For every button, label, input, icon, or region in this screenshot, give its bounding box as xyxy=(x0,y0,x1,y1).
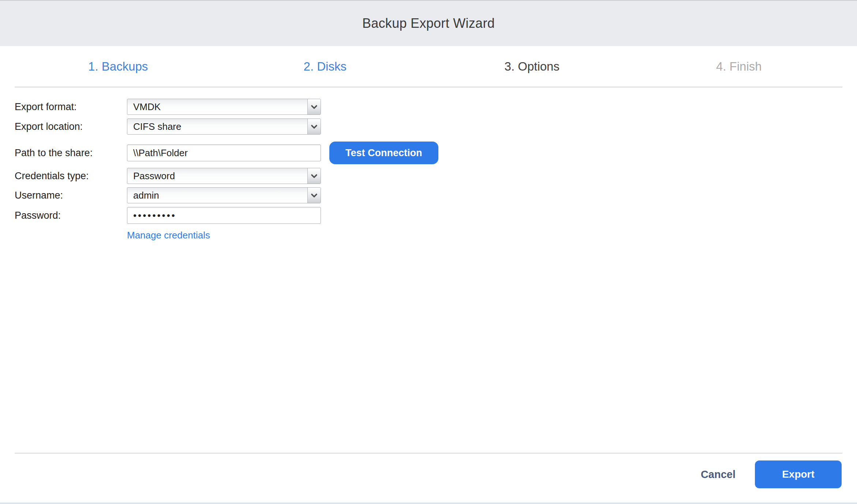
export-format-label: Export format: xyxy=(15,101,127,113)
export-location-label: Export location: xyxy=(15,121,127,132)
username-row: Username: admin xyxy=(15,187,857,203)
export-location-value: CIFS share xyxy=(133,121,201,132)
manage-credentials-link[interactable]: Manage credentials xyxy=(127,230,210,241)
username-value: admin xyxy=(133,190,178,201)
footer-divider xyxy=(15,453,842,454)
chevron-down-icon xyxy=(307,99,321,114)
credentials-type-label: Credentials type: xyxy=(15,170,127,182)
chevron-down-icon xyxy=(307,188,321,203)
export-format-value: VMDK xyxy=(133,101,180,113)
export-format-select[interactable]: VMDK xyxy=(127,99,321,115)
page-title: Backup Export Wizard xyxy=(362,16,495,31)
step-options[interactable]: 3. Options xyxy=(428,60,636,74)
username-select[interactable]: admin xyxy=(127,187,321,203)
wizard-step-nav: 1. Backups 2. Disks 3. Options 4. Finish xyxy=(15,46,842,87)
password-row: Password: xyxy=(15,207,857,224)
export-options-form: Export format: VMDK Export location: CIF… xyxy=(0,87,857,241)
credentials-type-select[interactable]: Password xyxy=(127,168,321,184)
step-backups[interactable]: 1. Backups xyxy=(15,60,222,74)
backup-export-wizard-dialog: Backup Export Wizard 1. Backups 2. Disks… xyxy=(0,0,857,241)
footer-actions: Cancel Export xyxy=(701,460,842,488)
test-connection-button[interactable]: Test Connection xyxy=(329,142,438,164)
cancel-button[interactable]: Cancel xyxy=(701,469,736,481)
step-disks[interactable]: 2. Disks xyxy=(222,60,429,74)
password-field[interactable] xyxy=(127,207,321,224)
share-path-label: Path to the share: xyxy=(15,147,127,159)
username-label: Username: xyxy=(15,190,127,201)
chevron-down-icon xyxy=(307,168,321,184)
wizard-header: Backup Export Wizard xyxy=(0,1,857,46)
export-button[interactable]: Export xyxy=(755,460,842,488)
credentials-type-row: Credentials type: Password xyxy=(15,168,857,184)
export-location-row: Export location: CIFS share xyxy=(15,119,857,135)
chevron-down-icon xyxy=(307,119,321,134)
dialog-bottom-edge xyxy=(0,503,857,504)
export-location-select[interactable]: CIFS share xyxy=(127,119,321,135)
share-path-input[interactable] xyxy=(127,144,321,161)
share-path-row: Path to the share: Test Connection xyxy=(15,142,857,164)
credentials-type-value: Password xyxy=(133,170,194,182)
step-finish: 4. Finish xyxy=(636,60,843,74)
password-label: Password: xyxy=(15,210,127,221)
export-format-row: Export format: VMDK xyxy=(15,99,857,115)
